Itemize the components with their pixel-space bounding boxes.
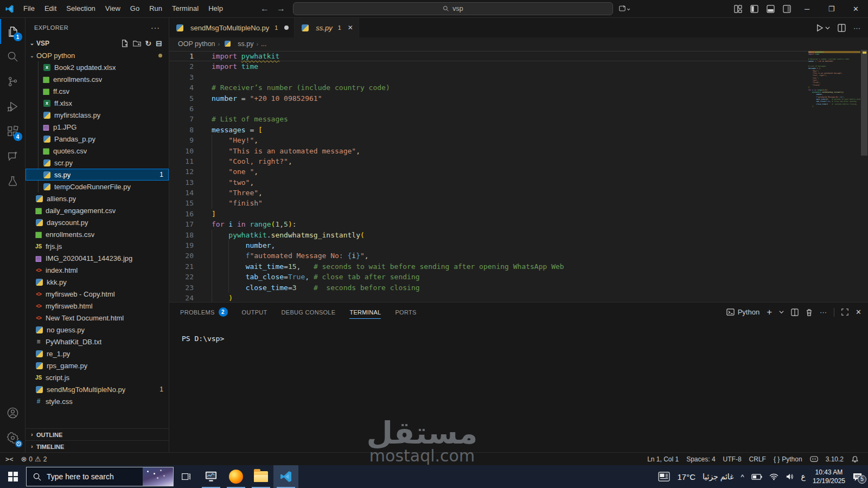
window-restore-button[interactable]: ❐ <box>819 0 844 17</box>
file-item-ff-csv[interactable]: ▦ff.csv <box>25 85 169 97</box>
file-item-img-20200411-144236-jpg[interactable]: ▨IMG_20200411_144236.jpg <box>25 252 169 264</box>
copilot-status-icon[interactable] <box>806 455 822 463</box>
notifications-bell-icon[interactable] <box>847 455 863 463</box>
file-item-enrollments-csv[interactable]: ▦enrollments.csv <box>25 73 169 85</box>
file-item-myfirstclass-py[interactable]: myfirstclass.py <box>25 109 169 121</box>
file-item-myfirsweb-copy-html[interactable]: <>myfirsweb - Copy.html <box>25 288 169 300</box>
file-item-p1-jpg[interactable]: ▨p1.JPG <box>25 121 169 133</box>
menu-help[interactable]: Help <box>203 3 228 15</box>
taskbar-app-file-explorer[interactable] <box>248 465 273 488</box>
task-view-button[interactable] <box>174 465 199 488</box>
command-center-search[interactable]: vsp <box>293 2 613 15</box>
file-item-re-1-py[interactable]: re_1.py <box>25 348 169 359</box>
close-panel-icon[interactable]: ✕ <box>856 308 861 316</box>
file-item-scr-py[interactable]: scr.py <box>25 157 169 169</box>
menu-edit[interactable]: Edit <box>40 3 61 15</box>
file-item-pandas-p-py[interactable]: Pandas_p.py <box>25 133 169 145</box>
window-minimize-button[interactable]: ─ <box>795 0 819 17</box>
new-file-icon[interactable] <box>121 40 129 47</box>
collapse-all-icon[interactable]: ⊟ <box>156 39 162 48</box>
file-item-no-guess-py[interactable]: no guess.py <box>25 324 169 336</box>
taskbar-app-taskmanager[interactable] <box>199 465 224 488</box>
unsaved-dot-icon[interactable] <box>284 25 289 30</box>
tab-sendmsgtomultipleno[interactable]: sendMsgToMultipleNo.py 1 <box>169 18 295 37</box>
taskbar-search[interactable]: Type here to search <box>26 467 174 486</box>
timeline-section-header[interactable]: › TIMELINE <box>25 440 169 452</box>
activitybar-run-debug[interactable] <box>0 94 25 119</box>
action-center-button[interactable]: 5 <box>852 472 863 481</box>
cursor-position[interactable]: Ln 1, Col 1 <box>643 455 682 463</box>
code-line-16[interactable]: 16] <box>169 209 808 219</box>
code-line-14[interactable]: 14 "Three", <box>169 188 808 198</box>
eol-sequence[interactable]: CRLF <box>745 455 770 463</box>
activitybar-settings[interactable] <box>0 425 25 450</box>
terminal-profile-label[interactable]: Python <box>726 308 760 316</box>
menu-selection[interactable]: Selection <box>61 3 100 15</box>
tab-sspy[interactable]: ss.py 1 ✕ <box>295 18 359 37</box>
news-widget-icon[interactable] <box>658 472 670 481</box>
problems-status[interactable]: ⊗ 0 ⚠ 2 <box>17 453 50 465</box>
code-line-12[interactable]: 12 "one ", <box>169 166 808 177</box>
indentation[interactable]: Spaces: 4 <box>682 455 719 463</box>
code-line-3[interactable]: 3 <box>169 72 808 82</box>
copilot-menu-icon[interactable] <box>617 0 634 17</box>
activitybar-chat[interactable] <box>0 144 25 169</box>
activitybar-extensions[interactable]: 4 <box>0 119 25 144</box>
terminal-content[interactable]: PS D:\vsp> <box>169 322 868 452</box>
toggle-secondary-sidebar-icon[interactable] <box>778 0 795 17</box>
remote-indicator[interactable]: >< <box>0 453 17 465</box>
file-item-tempcoderunnerfile-py[interactable]: tempCodeRunnerFile.py <box>25 181 169 192</box>
activitybar-testing[interactable] <box>0 169 25 194</box>
panel-tab-ports[interactable]: PORTS <box>395 303 416 322</box>
start-button[interactable] <box>0 465 26 488</box>
refresh-icon[interactable]: ↻ <box>145 39 152 48</box>
breadcrumb-file[interactable]: ss.py <box>238 40 253 48</box>
file-item-style-css[interactable]: #style.css <box>25 395 169 407</box>
run-python-file-button[interactable] <box>815 24 830 32</box>
code-line-21[interactable]: 21 wait_time=15, # seconds to wait befor… <box>169 261 808 272</box>
code-line-2[interactable]: 2import time <box>169 61 808 72</box>
temperature[interactable]: 17°C <box>677 472 695 481</box>
file-item-ff-xlsx[interactable]: xff.xlsx <box>25 97 169 109</box>
panel-tab-problems[interactable]: PROBLEMS2 <box>180 303 228 322</box>
explorer-root-header[interactable]: ⌄ VSP ↻ ⊟ <box>25 37 169 49</box>
code-line-19[interactable]: 19 number, <box>169 240 808 251</box>
file-item-new-text-document-html[interactable]: <>New Text Document.html <box>25 312 169 324</box>
code-line-18[interactable]: 18 pywhatkit.sendwhatmsg_instantly( <box>169 230 808 240</box>
code-line-15[interactable]: 15 "finish" <box>169 198 808 208</box>
toggle-panel-icon[interactable] <box>762 0 778 17</box>
taskbar-app-firefox[interactable] <box>224 465 248 488</box>
tab-close-icon[interactable]: ✕ <box>348 24 353 31</box>
panel-more-actions-icon[interactable]: ··· <box>820 308 827 316</box>
scrollbar-thumb[interactable] <box>861 50 867 156</box>
taskbar-app-vscode[interactable] <box>273 465 298 488</box>
editor-more-actions-icon[interactable]: ··· <box>853 24 860 32</box>
menu-run[interactable]: Run <box>144 3 167 15</box>
customize-layout-icon[interactable] <box>730 0 746 17</box>
activitybar-account[interactable] <box>0 400 25 425</box>
file-item-enrollments-csv[interactable]: ▦enrollments.csv <box>25 228 169 240</box>
editor-scrollbar[interactable] <box>860 50 868 302</box>
file-item-alliens-py[interactable]: alliens.py <box>25 192 169 204</box>
breadcrumb-folder[interactable]: OOP python <box>178 40 215 48</box>
activitybar-search[interactable] <box>0 44 25 69</box>
wifi-icon[interactable] <box>769 473 778 480</box>
file-item-kkk-py[interactable]: kkk.py <box>25 276 169 288</box>
breadcrumb-symbol[interactable]: ... <box>261 40 266 48</box>
menu-file[interactable]: File <box>18 3 40 15</box>
file-item-ss-py[interactable]: ss.py1 <box>25 169 169 181</box>
code-line-9[interactable]: 9 "Hey!", <box>169 135 808 145</box>
terminal-dropdown-icon[interactable] <box>779 310 784 314</box>
file-item-dayscount-py[interactable]: dayscount.py <box>25 216 169 228</box>
speaker-icon[interactable] <box>786 473 794 480</box>
toggle-primary-sidebar-icon[interactable] <box>746 0 762 17</box>
split-editor-icon[interactable] <box>838 24 846 32</box>
code-line-10[interactable]: 10 "This is an automated message", <box>169 146 808 156</box>
new-folder-icon[interactable] <box>133 40 141 47</box>
code-line-1[interactable]: 1import pywhatkit <box>169 51 808 61</box>
window-close-button[interactable]: ✕ <box>844 0 868 17</box>
code-line-22[interactable]: 22 tab_close=True, # close tab after sen… <box>169 272 808 282</box>
code-line-20[interactable]: 20 f"automated Message No: {i}", <box>169 251 808 261</box>
explorer-more-actions-icon[interactable]: ··· <box>151 23 160 32</box>
panel-tab-debug-console[interactable]: DEBUG CONSOLE <box>282 303 336 322</box>
